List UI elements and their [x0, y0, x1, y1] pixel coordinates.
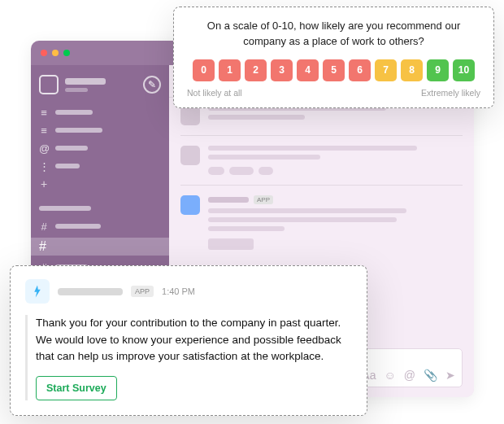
message: [180, 106, 463, 125]
survey-card: APP 1:40 PM Thank you for your contribut…: [10, 265, 367, 416]
bolt-icon: [30, 284, 45, 299]
nps-option-6[interactable]: 6: [349, 59, 371, 81]
message: [180, 146, 463, 175]
sidebar-item[interactable]: ⋮: [39, 160, 161, 173]
compose-icon: ✎: [148, 79, 156, 90]
send-icon[interactable]: ➤: [445, 369, 455, 382]
nps-option-8[interactable]: 8: [401, 59, 423, 81]
window-maximize-icon[interactable]: [63, 50, 70, 56]
sidebar-item[interactable]: ≡: [39, 106, 161, 119]
app-avatar: [180, 195, 200, 215]
nps-option-7[interactable]: 7: [375, 59, 397, 81]
workspace-icon: [39, 75, 59, 94]
hash-icon: #: [39, 221, 49, 233]
sidebar-channel-active[interactable]: #: [31, 238, 169, 256]
plus-icon: +: [39, 177, 49, 190]
sidebar-item[interactable]: @: [39, 142, 161, 155]
hash-icon: #: [39, 239, 46, 254]
sender-name: [208, 197, 249, 203]
mentions-icon: @: [39, 142, 49, 155]
divider: [180, 185, 463, 186]
nps-option-1[interactable]: 1: [219, 59, 241, 81]
nps-card: On a scale of 0-10, how likely are you r…: [173, 7, 494, 108]
bot-name: [58, 288, 123, 295]
sidebar-channel[interactable]: #: [39, 220, 161, 233]
message-app: APP: [180, 195, 463, 250]
divider: [180, 135, 463, 136]
nps-option-10[interactable]: 10: [453, 59, 475, 81]
app-badge: APP: [131, 286, 154, 297]
app-badge: APP: [254, 195, 273, 204]
nps-option-5[interactable]: 5: [323, 59, 345, 81]
window-minimize-icon[interactable]: [52, 50, 59, 56]
avatar: [180, 106, 200, 125]
sidebar-add[interactable]: +: [39, 177, 161, 190]
channels-header[interactable]: [39, 202, 161, 215]
avatar: [180, 146, 200, 165]
compose-button[interactable]: ✎: [143, 76, 161, 94]
mention-icon[interactable]: @: [404, 369, 415, 382]
list-icon: ≡: [39, 107, 49, 119]
nps-option-2[interactable]: 2: [245, 59, 267, 81]
workspace-header[interactable]: ✎: [39, 75, 161, 94]
attach-icon[interactable]: 📎: [424, 369, 437, 382]
workspace-name: [65, 78, 106, 85]
survey-body: Thank you for your contribution to the c…: [36, 315, 352, 365]
emoji-icon[interactable]: ☺: [384, 369, 395, 382]
nps-option-3[interactable]: 3: [271, 59, 293, 81]
list-icon: ≡: [39, 125, 49, 137]
start-survey-button[interactable]: Start Survey: [36, 376, 117, 400]
sidebar-item[interactable]: ≡: [39, 124, 161, 137]
message-time: 1:40 PM: [162, 286, 195, 296]
nps-option-4[interactable]: 4: [297, 59, 319, 81]
nps-high-caption: Extremely likely: [421, 88, 480, 98]
nps-scale: 012345678910: [187, 59, 480, 81]
more-icon: ⋮: [39, 160, 49, 173]
nps-option-0[interactable]: 0: [193, 59, 215, 81]
workspace-subtitle: [65, 88, 88, 92]
window-close-icon[interactable]: [41, 50, 47, 56]
nps-low-caption: Not likely at all: [187, 88, 242, 98]
bot-avatar: [25, 279, 50, 304]
nps-question: On a scale of 0-10, how likely are you r…: [187, 19, 480, 50]
nps-option-9[interactable]: 9: [427, 59, 449, 81]
